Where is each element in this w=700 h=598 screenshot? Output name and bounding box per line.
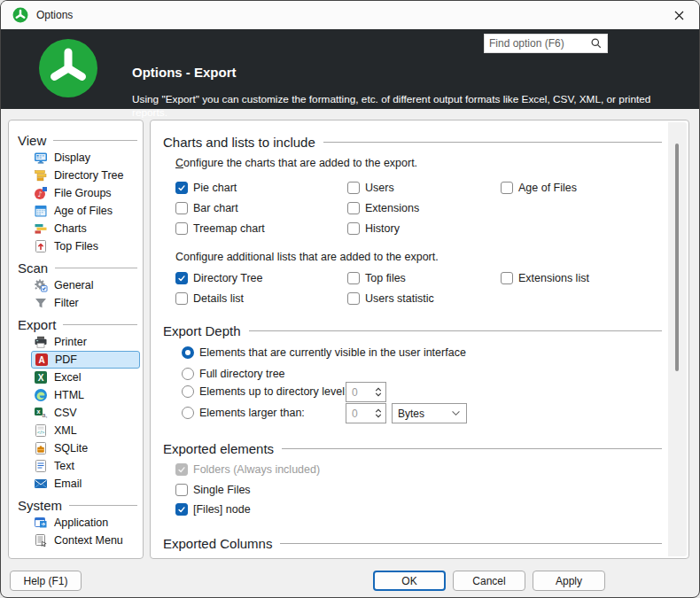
search-icon: [590, 37, 603, 50]
apply-button[interactable]: Apply: [533, 571, 605, 591]
age-of-files-chart-checkbox[interactable]: Age of Files: [501, 181, 577, 195]
directory-level-radio[interactable]: Elements up to directory level:: [182, 384, 347, 399]
section-export-depth: Export Depth: [163, 322, 662, 339]
sidebar-item-file-groups[interactable]: ♪ File Groups: [9, 184, 140, 202]
sidebar-section-scan: Scan: [18, 259, 137, 276]
close-button[interactable]: [658, 1, 699, 29]
filter-icon: [34, 296, 48, 310]
sidebar-item-top-files[interactable]: Top Files: [9, 237, 140, 255]
sidebar-item-sqlite[interactable]: SQLite: [9, 439, 140, 457]
help-button[interactable]: Help (F1): [10, 571, 82, 591]
visible-elements-radio[interactable]: Elements that are currently visible in t…: [182, 346, 466, 360]
sidebar-item-charts[interactable]: Charts: [9, 220, 140, 237]
options-category-tree: View Display Directory Tree ♪ File Group…: [8, 120, 144, 559]
sidebar-item-age-of-files[interactable]: Age of Files: [9, 202, 140, 220]
options-content-panel: Charts and lists to include Configure th…: [150, 120, 689, 559]
section-exported-columns: Exported Columns: [163, 534, 662, 552]
xml-icon: </>: [34, 423, 48, 438]
sqlite-icon: [34, 441, 48, 455]
context-menu-icon: [34, 533, 48, 548]
printer-icon: [34, 335, 48, 349]
directory-level-spinner[interactable]: 0: [346, 382, 386, 402]
checkbox-checked-icon: [175, 272, 188, 284]
bar-chart-checkbox[interactable]: Bar chart: [175, 201, 238, 215]
scrollbar-track[interactable]: [668, 122, 687, 556]
radio-icon: [182, 407, 194, 419]
page-description: Using "Export" you can customize the for…: [132, 93, 680, 120]
users-statistic-checkbox[interactable]: Users statistic: [347, 291, 434, 306]
sidebar-item-html[interactable]: HTML: [9, 386, 140, 404]
spinner-up-down-icons[interactable]: [373, 387, 385, 397]
single-files-checkbox[interactable]: Single Files: [175, 483, 251, 497]
text-file-icon: [34, 459, 48, 473]
pie-chart-checkbox[interactable]: Pie chart: [175, 181, 237, 195]
checkbox-icon: [347, 292, 360, 305]
checkbox-icon: [175, 484, 188, 496]
excel-icon: X: [34, 370, 48, 384]
files-node-checkbox[interactable]: [Files] node: [175, 502, 251, 516]
sidebar-item-filter[interactable]: Filter: [9, 294, 140, 312]
csv-icon: xa,: [34, 406, 48, 420]
unit-dropdown[interactable]: Bytes: [392, 403, 467, 423]
scrollbar-thumb[interactable]: [675, 144, 679, 371]
spinner-up-down-icons[interactable]: [373, 408, 385, 418]
title-bar: Options: [1, 1, 699, 29]
sidebar-item-csv[interactable]: xa, CSV: [9, 404, 140, 422]
checkbox-icon: [501, 182, 513, 194]
details-list-checkbox[interactable]: Details list: [175, 291, 244, 306]
svg-text:x: x: [37, 408, 41, 415]
treesize-logo: [38, 38, 98, 98]
larger-than-spinner[interactable]: 0: [346, 403, 386, 423]
cancel-button[interactable]: Cancel: [453, 571, 525, 591]
gear-icon: [34, 278, 48, 292]
edge-browser-icon: [34, 388, 48, 402]
page-title: Options - Export: [132, 65, 237, 80]
application-icon: [34, 516, 48, 530]
dialog-header: Options - Export Using "Export" you can …: [1, 29, 699, 109]
charts-icon: [34, 221, 48, 236]
treesize-app-icon: [12, 7, 28, 23]
checkbox-icon: [175, 202, 188, 214]
sidebar-item-text[interactable]: Text: [9, 457, 140, 475]
sidebar-item-context-menu[interactable]: Context Menu: [9, 532, 140, 549]
directory-tree-list-checkbox[interactable]: Directory Tree: [175, 271, 263, 285]
svg-text:</>: </>: [37, 430, 45, 435]
find-option-input[interactable]: [489, 37, 590, 50]
sidebar-item-general[interactable]: General: [9, 276, 140, 294]
radio-selected-icon: [182, 346, 194, 359]
folders-checkbox-disabled: Folders (Always included): [175, 462, 320, 477]
radio-icon: [182, 368, 194, 380]
treemap-chart-checkbox[interactable]: Treemap chart: [175, 221, 265, 236]
sidebar-section-view: View: [18, 131, 137, 149]
chevron-down-icon: [451, 410, 461, 416]
sidebar-item-excel[interactable]: X Excel: [9, 369, 140, 386]
checkbox-checked-icon: [175, 182, 188, 194]
charts-hint: Configure the charts that are added to t…: [175, 157, 417, 169]
extensions-list-checkbox[interactable]: Extensions list: [501, 271, 589, 285]
history-chart-checkbox[interactable]: History: [347, 221, 400, 236]
sidebar-item-xml[interactable]: </> XML: [9, 422, 140, 439]
pdf-icon: A: [35, 353, 49, 367]
sidebar-item-application[interactable]: Application: [9, 514, 140, 532]
display-icon: [34, 151, 48, 165]
full-directory-tree-radio[interactable]: Full directory tree: [182, 367, 285, 381]
sidebar-item-directory-tree[interactable]: Directory Tree: [9, 167, 140, 184]
find-option-box: [484, 34, 608, 53]
top-files-icon: [34, 239, 48, 253]
sidebar-item-email[interactable]: Email: [9, 475, 140, 493]
sidebar-item-printer[interactable]: Printer: [9, 333, 140, 351]
section-charts-and-lists: Charts and lists to include: [163, 133, 662, 151]
extensions-chart-checkbox[interactable]: Extensions: [347, 201, 419, 215]
checkbox-icon: [501, 272, 513, 284]
ok-button[interactable]: OK: [373, 571, 446, 591]
sidebar-item-display[interactable]: Display: [9, 149, 140, 167]
close-icon: [674, 11, 684, 20]
svg-text:X: X: [38, 373, 44, 383]
lists-hint: Configure additional lists that are adde…: [175, 251, 439, 263]
larger-than-radio[interactable]: Elements larger than:: [182, 406, 305, 420]
top-files-list-checkbox[interactable]: Top files: [347, 271, 406, 285]
users-chart-checkbox[interactable]: Users: [347, 181, 394, 195]
file-groups-icon: ♪: [34, 186, 48, 200]
sidebar-item-pdf[interactable]: A PDF: [31, 351, 140, 369]
radio-icon: [182, 385, 194, 398]
